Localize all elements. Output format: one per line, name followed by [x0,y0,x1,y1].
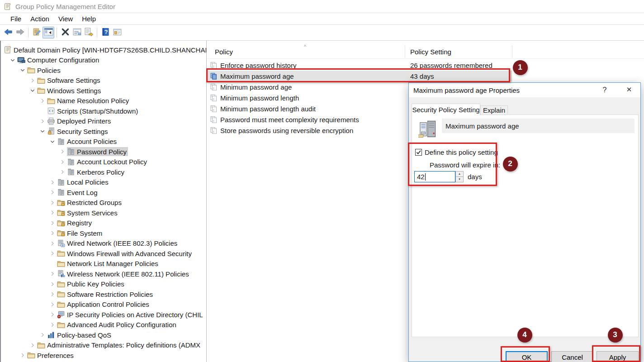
menu-action[interactable]: Action [26,15,54,23]
tree-item[interactable]: System Services [1,208,206,218]
tree-node[interactable]: Software Settings [37,76,102,85]
tree-node[interactable]: Account Lockout Policy [67,157,148,167]
column-header-policy-setting[interactable]: Policy Setting [410,44,451,59]
chevron-right-icon[interactable] [29,77,36,84]
back-button[interactable] [2,27,14,38]
tree-item[interactable]: Windows Firewall with Advanced Security [1,248,206,259]
tree-node[interactable]: Administrative Templates: Policy definit… [37,341,202,350]
chevron-right-icon[interactable] [49,209,56,216]
tree-item[interactable]: Network List Manager Policies [1,259,206,269]
tree-node[interactable]: Kerberos Policy [67,167,126,176]
chevron-right-icon[interactable] [59,148,66,155]
tree-node[interactable]: Policy-based QoS [47,330,113,339]
delete-button[interactable] [59,27,71,38]
chevron-down-icon[interactable] [19,67,26,74]
chevron-right-icon[interactable] [19,352,26,359]
tree-item[interactable]: Default Domain Policy [WIN-HDTGF7S26SB.C… [1,45,206,55]
tree-node[interactable]: Wired Network (IEEE 802.3) Policies [57,239,179,248]
tree-item[interactable]: Local Policies [1,177,206,188]
tree-node[interactable]: Scripts (Startup/Shutdown) [47,106,139,115]
chevron-right-icon[interactable] [59,158,66,166]
tree-item[interactable]: Application Control Policies [1,300,206,310]
tree-item[interactable]: Name Resolution Policy [1,96,206,106]
tree-item[interactable]: Software Restriction Policies [1,289,206,300]
column-separator[interactable] [512,45,512,58]
tree-node[interactable]: Computer Configuration [17,56,100,65]
tree-item[interactable]: Software Settings [1,76,206,86]
tree-node[interactable]: Registry [57,219,93,228]
tree-node[interactable]: Policies [27,66,62,75]
chevron-right-icon[interactable] [49,311,56,318]
console-tree-toggle[interactable] [43,27,54,38]
chevron-right-icon[interactable] [59,168,66,176]
tree-item[interactable]: Security Settings [1,126,206,137]
edit-note-button[interactable] [31,27,43,38]
chevron-right-icon[interactable] [39,118,46,125]
dialog-close-button[interactable]: ✕ [620,83,639,97]
tree-node[interactable]: Security Settings [47,127,109,136]
tree-node[interactable]: Wireless Network (IEEE 802.11) Policies [57,269,190,278]
cancel-button[interactable]: Cancel [551,351,593,362]
chevron-right-icon[interactable] [49,270,56,277]
tree-item[interactable]: File System [1,228,206,238]
tree-item[interactable]: Deployed Printers [1,116,206,127]
tab-explain[interactable]: Explain [480,105,508,114]
chevron-right-icon[interactable] [49,219,56,227]
tree-item[interactable]: Event Log [1,187,206,198]
tree-item[interactable]: Preferences [1,350,206,361]
menu-view[interactable]: View [54,15,77,23]
chevron-right-icon[interactable] [39,97,46,105]
help-button[interactable]: ? [99,27,111,38]
tree-item[interactable]: Wired Network (IEEE 802.3) Policies [1,238,206,249]
dialog-help-button[interactable]: ? [598,83,611,97]
chevron-right-icon[interactable] [49,179,56,186]
chevron-down-icon[interactable] [9,57,16,64]
window-titlebar[interactable]: Group Policy Management Editor [0,0,644,13]
tree-node[interactable]: Deployed Printers [47,117,112,126]
chevron-right-icon[interactable] [49,281,56,288]
tree-item[interactable]: Administrative Templates: Policy definit… [1,340,206,351]
column-header-policy[interactable]: Policy [215,44,233,59]
tree-item[interactable]: Advanced Audit Policy Configuration [1,320,206,330]
chevron-right-icon[interactable] [49,229,56,237]
tree-item[interactable]: Kerberos Policy [1,167,206,177]
tree-item[interactable]: Public Key Policies [1,279,206,290]
tree-node[interactable]: Advanced Audit Policy Configuration [57,320,178,329]
tree-node[interactable]: Local Policies [57,178,110,187]
export-list-button[interactable] [83,27,95,38]
tree-item[interactable]: Password Policy [1,147,206,157]
tree-item[interactable]: Policy-based QoS [1,330,206,340]
chevron-right-icon[interactable] [29,342,36,349]
tree-item[interactable]: Policies [1,65,206,76]
tree-node[interactable]: Software Restriction Policies [57,290,154,299]
tree-item[interactable]: Scripts (Startup/Shutdown) [1,106,206,116]
new-window-button[interactable] [111,27,123,38]
tree-item[interactable]: Windows Settings [1,86,206,96]
dialog-titlebar[interactable]: Maximum password age Properties ? ✕ [409,83,640,97]
tree-item[interactable]: Account Policies [1,137,206,147]
tree-item[interactable]: Computer Configuration [1,55,206,66]
chevron-down-icon[interactable] [49,138,56,145]
chevron-right-icon[interactable] [49,321,56,329]
menu-file[interactable]: File [6,15,26,23]
tab-security-policy-setting[interactable]: Security Policy Setting [412,104,480,115]
chevron-right-icon[interactable] [49,199,56,206]
chevron-right-icon[interactable] [49,189,56,196]
chevron-right-icon[interactable] [49,250,56,257]
chevron-right-icon[interactable] [49,291,56,298]
tree-node[interactable]: Default Domain Policy [WIN-HDTGF7S26SB.C… [4,45,207,54]
properties-button[interactable] [71,27,83,38]
tree-node[interactable]: Name Resolution Policy [47,96,130,105]
chevron-down-icon[interactable] [39,128,46,135]
tree-node[interactable]: Public Key Policies [57,280,126,289]
tree-item[interactable]: Registry [1,218,206,229]
tree-node[interactable]: Account Policies [57,137,118,146]
tree-item[interactable]: Restricted Groups [1,198,206,208]
tree-node[interactable]: IP Security Policies on Active Directory… [57,310,204,319]
tree-node[interactable]: Restricted Groups [57,198,123,207]
tree-node[interactable]: Event Log [57,188,99,197]
tree-node[interactable]: Password Policy [67,147,128,156]
tree-node[interactable]: Windows Settings [37,86,102,95]
forward-button[interactable] [14,27,26,38]
menu-help[interactable]: Help [77,15,100,23]
